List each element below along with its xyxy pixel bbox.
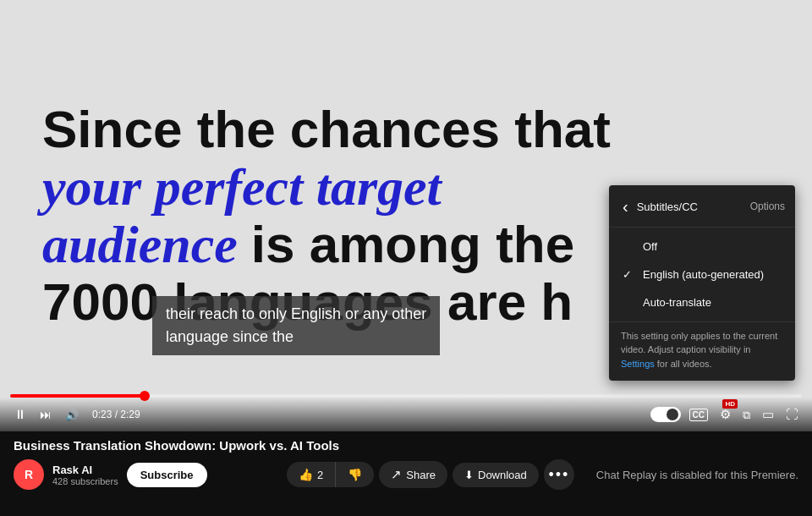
channel-name[interactable]: Rask AI xyxy=(52,464,118,476)
video-text-line1: Since the chances that xyxy=(42,101,611,158)
chat-replay-message: Chat Replay is disabled for this Premier… xyxy=(596,469,798,481)
cc-popup-items: Off ✓ English (auto-generated) Auto-tran… xyxy=(609,228,795,321)
thumb-up-icon xyxy=(299,468,313,481)
video-title-row: Business Translation Showdown: Upwork vs… xyxy=(14,438,798,453)
chat-replay-text: Chat Replay is disabled for this Premier… xyxy=(596,469,798,481)
video-text-line3b: is among the xyxy=(251,216,574,273)
theater-button[interactable] xyxy=(759,403,777,425)
settings-btn-wrap: HD xyxy=(716,403,734,425)
video-text-line3: audience xyxy=(42,216,238,273)
time-display: 0:23 / 2:29 xyxy=(92,409,140,420)
cc-label-english: English (auto-generated) xyxy=(643,268,764,281)
cc-label-autotranslate: Auto-translate xyxy=(643,296,711,309)
download-button[interactable]: Download xyxy=(453,463,539,487)
cc-button[interactable]: CC xyxy=(686,405,711,425)
more-icon: ••• xyxy=(548,466,569,484)
autoplay-toggle[interactable] xyxy=(650,407,681,422)
cc-options-link[interactable]: Options xyxy=(750,200,785,212)
download-label: Download xyxy=(478,469,527,481)
channel-row: R Rask AI 428 subscribers Subscribe 2 xyxy=(14,459,798,490)
subtitle-text: their reach to only English or any other… xyxy=(166,305,426,345)
cc-popup-header: Subtitles/CC Options xyxy=(609,185,795,228)
skip-next-button[interactable] xyxy=(36,403,55,425)
hd-badge: HD xyxy=(722,399,738,409)
fullscreen-button[interactable] xyxy=(782,403,802,425)
like-dislike-group: 2 xyxy=(287,462,374,487)
subscribe-button[interactable]: Subscribe xyxy=(127,463,207,487)
thumb-down-icon xyxy=(348,468,362,481)
toggle-knob xyxy=(667,409,678,420)
share-button[interactable]: Share xyxy=(379,461,447,488)
miniplayer-icon xyxy=(743,407,750,422)
video-title: Business Translation Showdown: Upwork vs… xyxy=(14,438,339,453)
cc-popup: Subtitles/CC Options Off ✓ English (auto… xyxy=(609,185,795,382)
cc-popup-note: This setting only applies to the current… xyxy=(609,321,795,382)
video-wrapper: Since the chances that your perfect targ… xyxy=(0,0,812,431)
channel-avatar[interactable]: R xyxy=(14,459,44,490)
cc-check-english: ✓ xyxy=(623,268,634,281)
cc-note-suffix: for all videos. xyxy=(657,359,712,369)
volume-button[interactable] xyxy=(62,403,82,425)
download-icon xyxy=(464,469,474,481)
channel-subs: 428 subscribers xyxy=(52,476,118,486)
pause-icon xyxy=(14,407,26,422)
share-icon xyxy=(391,467,402,482)
skip-icon xyxy=(40,407,52,422)
cc-icon: CC xyxy=(689,409,708,421)
cc-note-text: This setting only applies to the current… xyxy=(621,331,777,355)
cc-popup-title: Subtitles/CC xyxy=(637,200,698,213)
settings-icon xyxy=(720,407,731,422)
channel-info: Rask AI 428 subscribers xyxy=(52,464,118,486)
bottom-bar: Business Translation Showdown: Upwork vs… xyxy=(0,431,812,516)
dislike-button[interactable] xyxy=(336,462,374,487)
like-count: 2 xyxy=(317,469,323,481)
channel-left: R Rask AI 428 subscribers Subscribe xyxy=(14,459,207,490)
like-button[interactable]: 2 xyxy=(287,462,336,487)
theater-icon xyxy=(762,407,774,422)
cc-note-link[interactable]: Settings xyxy=(621,359,655,369)
cc-item-off[interactable]: Off xyxy=(609,233,795,261)
volume-icon xyxy=(65,407,79,422)
back-icon xyxy=(623,197,628,217)
share-label: Share xyxy=(406,469,436,481)
subtitle-overlay: their reach to only English or any other… xyxy=(152,296,440,355)
cc-label-off: Off xyxy=(643,240,657,253)
video-text-line2: your perfect target xyxy=(42,158,442,216)
more-options-button[interactable]: ••• xyxy=(544,459,574,490)
cc-item-autotranslate[interactable]: Auto-translate xyxy=(609,288,795,316)
fullscreen-icon xyxy=(786,407,798,422)
play-pause-button[interactable] xyxy=(10,403,30,425)
actions-row: 2 Share Download ••• Chat Re xyxy=(287,459,798,490)
cc-item-english[interactable]: ✓ English (auto-generated) xyxy=(609,261,795,288)
miniplayer-button[interactable] xyxy=(739,403,754,425)
ctrl-right-group: CC HD xyxy=(650,403,802,425)
cc-back-button[interactable] xyxy=(619,194,632,220)
controls-bar: 0:23 / 2:29 CC HD xyxy=(0,398,812,431)
